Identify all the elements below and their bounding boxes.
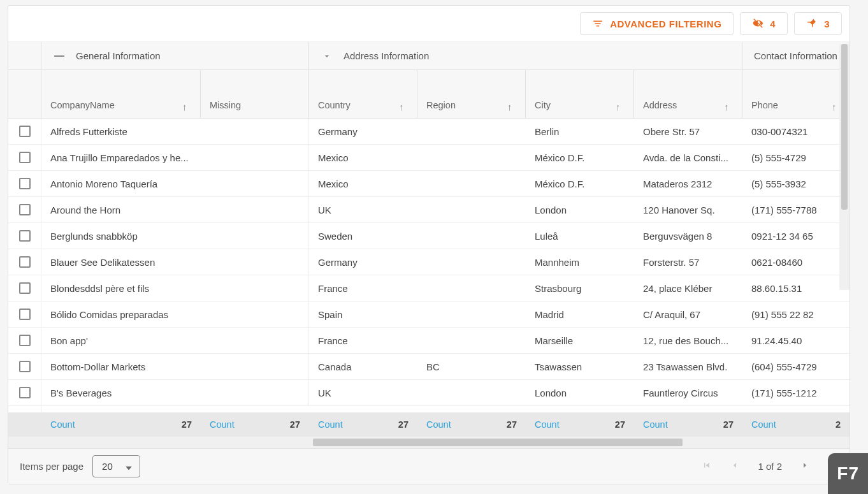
header-country[interactable]: Country (309, 70, 417, 118)
advanced-filtering-button[interactable]: ADVANCED FILTERING (580, 12, 734, 35)
table-row[interactable]: Around the Horn UK London 120 Hanover Sq… (8, 197, 850, 223)
cell-company: Bólido Comidas preparadas (41, 309, 201, 320)
grid-body[interactable]: Alfreds Futterkiste Germany Berlin Obere… (8, 119, 850, 412)
next-page-button[interactable] (800, 460, 810, 472)
cell-country: France (309, 283, 417, 294)
eye-off-icon (752, 18, 763, 29)
pinned-columns-button[interactable]: 3 (794, 12, 842, 35)
row-checkbox-cell (8, 406, 41, 412)
cell-country: Germany (309, 126, 417, 137)
prev-page-button[interactable] (730, 460, 740, 472)
horizontal-scrollbar[interactable] (8, 437, 850, 448)
cell-country: Mexico (309, 178, 417, 189)
table-row[interactable]: Blondesddsl père et fils France Strasbou… (8, 275, 850, 301)
cell-phone: (171) 555-1212 (742, 388, 850, 398)
cell-country: Mexico (309, 152, 417, 163)
count-link[interactable]: Count (50, 419, 75, 430)
row-checkbox-cell (8, 171, 41, 196)
cell-address: Avda. de la Consti... (634, 152, 742, 163)
cell-missing (201, 171, 309, 196)
group-header-contact[interactable]: Contact Information (742, 42, 850, 69)
row-checkbox[interactable] (19, 361, 31, 372)
table-row[interactable]: Bottom-Dollar Markets Canada BC Tsawasse… (8, 354, 850, 380)
column-headers: CompanyName Missing Country Region City … (8, 70, 850, 119)
count-link[interactable]: Count (426, 419, 451, 430)
vertical-scrollbar[interactable] (839, 44, 850, 290)
summary-address: Count 27 (634, 419, 742, 430)
row-checkbox[interactable] (19, 282, 31, 294)
cell-missing (201, 145, 309, 170)
count-value: 2 (835, 419, 841, 430)
header-address[interactable]: Address (634, 70, 742, 118)
header-missing[interactable]: Missing (201, 70, 309, 118)
row-checkbox[interactable] (19, 256, 31, 268)
cell-city: Tsawassen (526, 361, 634, 372)
sort-asc-icon (399, 101, 408, 110)
count-link[interactable]: Count (210, 419, 235, 430)
table-row[interactable] (8, 406, 850, 412)
count-link[interactable]: Count (535, 419, 560, 430)
collapse-icon (54, 55, 64, 57)
table-row[interactable]: Blauer See Delikatessen Germany Mannheim… (8, 249, 850, 275)
data-grid: ADVANCED FILTERING 4 3 General Informati… (8, 5, 850, 484)
table-row[interactable]: Alfreds Futterkiste Germany Berlin Obere… (8, 119, 850, 145)
row-checkbox-cell (8, 197, 41, 222)
page-status: 1 of 2 (758, 461, 782, 472)
chevron-left-icon (730, 460, 740, 470)
cell-city: México D.F. (526, 152, 634, 163)
per-page-select[interactable]: 20 (92, 455, 140, 477)
row-checkbox[interactable] (19, 387, 31, 398)
sort-asc-icon (507, 101, 516, 110)
cell-phone: 030-0074321 (742, 126, 850, 137)
count-link[interactable]: Count (751, 419, 776, 430)
row-checkbox[interactable] (19, 309, 31, 320)
table-row[interactable]: Bólido Comidas preparadas Spain Madrid C… (8, 301, 850, 328)
cell-phone: 91.24.45.40 (742, 335, 850, 346)
row-checkbox-cell (8, 275, 41, 301)
table-row[interactable]: Antonio Moreno Taquería Mexico México D.… (8, 171, 850, 197)
header-region[interactable]: Region (417, 70, 526, 118)
row-checkbox[interactable] (19, 178, 31, 189)
cell-address: Fauntleroy Circus (634, 388, 742, 398)
dropdown-triangle-icon (126, 461, 132, 472)
group-header-address-label: Address Information (344, 50, 429, 61)
header-checkbox (8, 70, 41, 118)
cell-address: Mataderos 2312 (634, 178, 742, 189)
vertical-scrollbar-thumb[interactable] (841, 44, 848, 210)
cell-address: Obere Str. 57 (634, 126, 742, 137)
row-checkbox[interactable] (19, 152, 31, 163)
row-checkbox-cell (8, 145, 41, 170)
row-checkbox-cell (8, 249, 41, 275)
first-page-button[interactable] (702, 460, 712, 472)
count-value: 27 (182, 419, 192, 430)
count-value: 27 (723, 419, 734, 430)
cell-phone: (171) 555-7788 (742, 205, 850, 215)
row-checkbox[interactable] (19, 335, 31, 346)
cell-address: C/ Araquil, 67 (634, 309, 742, 320)
column-group-headers: General Information Address Information … (8, 42, 850, 70)
row-checkbox[interactable] (19, 126, 31, 137)
cell-phone: (604) 555-4729 (742, 361, 850, 372)
group-header-general[interactable]: General Information (41, 42, 309, 69)
cell-phone: 0621-08460 (742, 257, 850, 268)
cell-city: London (526, 205, 634, 215)
table-row[interactable]: Berglunds snabbköp Sweden Luleå Berguvsv… (8, 223, 850, 249)
row-checkbox[interactable] (19, 204, 31, 215)
row-checkbox[interactable] (19, 230, 31, 242)
header-company[interactable]: CompanyName (41, 70, 201, 118)
count-link[interactable]: Count (643, 419, 668, 430)
group-header-address[interactable]: Address Information (309, 42, 742, 69)
count-link[interactable]: Count (318, 419, 343, 430)
sort-asc-icon (616, 101, 625, 110)
summary-phone: Count 2 (742, 419, 850, 430)
header-phone[interactable]: Phone (742, 70, 850, 118)
table-row[interactable]: Ana Trujillo Emparedados y he... Mexico … (8, 145, 850, 171)
table-row[interactable]: Bon app' France Marseille 12, rue des Bo… (8, 328, 850, 354)
table-row[interactable]: B's Beverages UK London Fauntleroy Circu… (8, 380, 850, 406)
horizontal-scrollbar-thumb[interactable] (313, 439, 683, 446)
pinned-columns-count: 3 (824, 18, 830, 29)
items-per-page-label: Items per page (20, 461, 83, 472)
header-city[interactable]: City (526, 70, 634, 118)
hidden-columns-button[interactable]: 4 (740, 12, 788, 35)
hidden-columns-count: 4 (770, 18, 776, 29)
